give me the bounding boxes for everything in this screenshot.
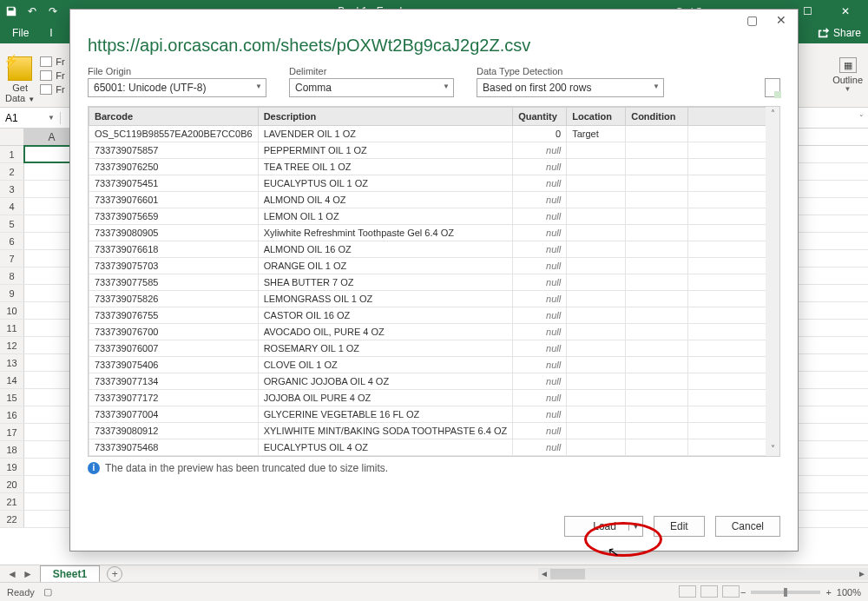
row-header[interactable]: 6 (0, 233, 24, 249)
table-cell: ROSEMARY OIL 1 OZ (258, 340, 513, 357)
table-cell (567, 357, 626, 373)
scroll-down-icon[interactable]: ˅ (766, 442, 779, 456)
table-row[interactable]: 733739076250TEA TREE OIL 1 OZnull (89, 159, 779, 175)
table-row[interactable]: 733739075451EUCALYPTUS OIL 1 OZnull (89, 175, 779, 192)
file-origin-combo[interactable]: 65001: Unicode (UTF-8) ▼ (88, 78, 266, 97)
expand-formula-bar-icon[interactable]: ˅ (854, 114, 868, 122)
table-row[interactable]: 733739077134ORGANIC JOJOBA OIL 4 OZnull (89, 373, 779, 390)
undo-icon[interactable]: ↶ (24, 3, 40, 19)
table-row[interactable]: 733739076601ALMOND OIL 4 OZnull (89, 192, 779, 208)
table-cell: ALMOND OIL 4 OZ (258, 192, 513, 208)
column-header-quantity[interactable]: Quantity (513, 108, 567, 126)
from-source-2[interactable]: Fr (40, 70, 64, 81)
table-row[interactable]: 733739076007ROSEMARY OIL 1 OZnull (89, 340, 779, 357)
table-row[interactable]: 733739076700AVOCADO OIL, PURE 4 OZnull (89, 324, 779, 340)
row-header[interactable]: 22 (0, 511, 24, 527)
table-row[interactable]: 733739075468EUCALYPTUS OIL 4 OZnull (89, 439, 779, 456)
table-row[interactable]: 733739080905Xyliwhite Refreshmint Toothp… (89, 225, 779, 241)
row-header[interactable]: 11 (0, 320, 24, 336)
row-header[interactable]: 21 (0, 493, 24, 510)
row-header[interactable]: 16 (0, 406, 24, 423)
from-source-1[interactable]: Fr (40, 56, 64, 67)
row-header[interactable]: 13 (0, 354, 24, 371)
row-header[interactable]: 10 (0, 302, 24, 319)
table-cell: LAVENDER OIL 1 OZ (258, 126, 513, 142)
table-cell: null (513, 159, 567, 175)
row-header[interactable]: 9 (0, 285, 24, 301)
table-row[interactable]: 733739075857PEPPERMINT OIL 1 OZnull (89, 142, 779, 159)
dialog-restore-icon[interactable]: ▢ (740, 13, 763, 27)
cancel-button[interactable]: Cancel (715, 516, 780, 537)
outline-button[interactable]: ▦ Outline ▼ (832, 57, 863, 93)
sheet-tab-1[interactable]: Sheet1 (40, 565, 100, 583)
scroll-left-icon[interactable]: ◄ (538, 569, 550, 578)
view-page-break-icon[interactable] (722, 585, 740, 598)
load-button[interactable]: Load ▼ (564, 516, 643, 537)
row-header[interactable]: 5 (0, 215, 24, 232)
column-header-barcode[interactable]: Barcode (89, 108, 259, 126)
row-header[interactable]: 20 (0, 476, 24, 492)
row-header[interactable]: 7 (0, 250, 24, 267)
view-normal-icon[interactable] (679, 585, 696, 598)
scroll-thumb[interactable] (550, 569, 585, 579)
table-row[interactable]: 733739076755CASTOR OIL 16 OZnull (89, 307, 779, 324)
row-header[interactable]: 4 (0, 198, 24, 215)
row-header[interactable]: 3 (0, 181, 24, 197)
file-tab[interactable]: File (0, 27, 41, 39)
zoom-slider[interactable] (751, 591, 820, 594)
dialog-close-icon[interactable]: ✕ (770, 13, 792, 27)
sheet-nav-prev-icon[interactable]: ◄ (7, 568, 17, 580)
zoom-out-icon[interactable]: − (740, 587, 746, 598)
edit-button[interactable]: Edit (654, 516, 705, 537)
table-row[interactable]: 733739076618ALMOND OIL 16 OZnull (89, 241, 779, 258)
schema-icon[interactable] (765, 78, 780, 97)
chevron-down-icon[interactable]: ▼ (48, 114, 55, 122)
table-row[interactable]: 733739077004GLYCERINE VEGETABLE 16 FL OZ… (89, 406, 779, 423)
table-row[interactable]: OS_5C119B98557EA200BE7CC0B6LAVENDER OIL … (89, 126, 779, 142)
zoom-in-icon[interactable]: + (825, 587, 831, 598)
name-box[interactable]: A1 ▼ (0, 112, 61, 124)
delimiter-combo[interactable]: Comma ▼ (289, 78, 454, 97)
view-page-layout-icon[interactable] (700, 585, 718, 598)
row-header[interactable]: 1 (0, 146, 24, 162)
table-row[interactable]: 733739080912XYLIWHITE MINT/BAKING SODA T… (89, 423, 779, 439)
redo-icon[interactable]: ↷ (45, 3, 61, 19)
table-cell (626, 373, 688, 390)
column-header-condition[interactable]: Condition (626, 108, 688, 126)
add-sheet-button[interactable]: + (107, 566, 122, 582)
row-header[interactable]: 19 (0, 459, 24, 475)
scroll-up-icon[interactable]: ˄ (766, 107, 779, 121)
get-data-button[interactable]: ⚡ Get Data ▼ (5, 48, 35, 103)
row-header[interactable]: 17 (0, 424, 24, 440)
column-header-description[interactable]: Description (258, 108, 513, 126)
table-row[interactable]: 733739075406CLOVE OIL 1 OZnull (89, 357, 779, 373)
load-dropdown-icon[interactable]: ▼ (628, 523, 642, 531)
share-button[interactable]: Share (833, 27, 861, 39)
table-row[interactable]: 733739075826LEMONGRASS OIL 1 OZnull (89, 291, 779, 307)
row-header[interactable]: 12 (0, 337, 24, 353)
horizontal-scrollbar[interactable]: ◄ ► (538, 568, 868, 580)
zoom-value[interactable]: 100% (837, 587, 861, 598)
preview-vertical-scrollbar[interactable]: ˄ ˅ (766, 107, 779, 456)
sheet-nav-next-icon[interactable]: ► (23, 568, 33, 580)
row-header[interactable]: 15 (0, 389, 24, 406)
from-source-3[interactable]: Fr (40, 84, 64, 95)
table-row[interactable]: 733739075659LEMON OIL 1 OZnull (89, 208, 779, 225)
share-icon[interactable] (818, 26, 830, 41)
table-row[interactable]: 733739075703ORANGE OIL 1 OZnull (89, 258, 779, 274)
row-header[interactable]: 8 (0, 267, 24, 284)
row-header[interactable]: 14 (0, 372, 24, 388)
scroll-right-icon[interactable]: ► (856, 569, 868, 578)
table-cell (567, 406, 626, 423)
column-header-location[interactable]: Location (567, 108, 626, 126)
table-row[interactable]: 733739077585SHEA BUTTER 7 OZnull (89, 274, 779, 291)
detection-combo[interactable]: Based on first 200 rows ▼ (477, 78, 664, 97)
macro-record-icon[interactable]: ▢ (43, 586, 52, 598)
close-icon[interactable]: ✕ (828, 0, 863, 23)
row-header[interactable]: 2 (0, 163, 24, 180)
row-header[interactable]: 18 (0, 441, 24, 458)
detection-value: Based on first 200 rows (483, 82, 591, 94)
table-row[interactable]: 733739077172JOJOBA OIL PURE 4 OZnull (89, 390, 779, 406)
save-icon[interactable] (3, 3, 19, 19)
select-all-corner[interactable] (0, 129, 24, 145)
